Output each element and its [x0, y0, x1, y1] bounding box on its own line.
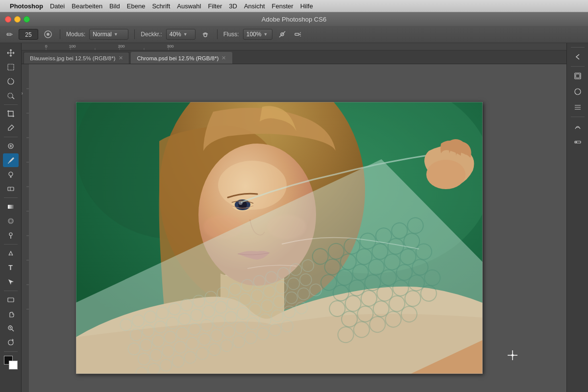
panel-icon-4[interactable] — [570, 119, 586, 134]
eyedropper-tool[interactable] — [3, 121, 19, 135]
svg-point-1 — [47, 33, 49, 36]
window-title: Adobe Photoshop CS6 — [262, 16, 326, 23]
separator-3 — [217, 29, 218, 39]
cursor-crosshair — [508, 350, 517, 360]
gradient-tool[interactable] — [3, 200, 19, 214]
menu-fenster[interactable]: Fenster — [272, 2, 294, 10]
menu-filter[interactable]: Filter — [208, 2, 222, 10]
tab-blauweiss-close[interactable]: ✕ — [119, 55, 123, 61]
options-bar: ✏ 25 Modus: Normal ▼ Deckkr.: 40% ▼ Flus… — [0, 26, 588, 43]
tool-separator-3 — [4, 197, 18, 198]
hand-tool[interactable] — [3, 307, 19, 321]
rotate-view-tool[interactable] — [3, 336, 19, 349]
tab-chroma-label: Chroma.psd bei 12.5% (RGB/8*) — [137, 55, 219, 61]
blur-tool[interactable] — [3, 214, 19, 228]
quick-select-tool[interactable] — [3, 89, 19, 102]
lasso-tool[interactable] — [3, 74, 19, 88]
menu-3d[interactable]: 3D — [229, 2, 237, 10]
tool-separator-5 — [4, 291, 18, 291]
tool-separator-4 — [4, 244, 18, 245]
background-color[interactable] — [9, 361, 18, 369]
tabs-bar: Blauweiss.jpg bei 12.5% (RGB/8*) ✕ Chrom… — [22, 50, 566, 64]
ruler-top: 0 100 200 300 — [22, 43, 566, 50]
menu-bearbeiten[interactable]: Bearbeiten — [72, 2, 102, 10]
zoom-tool[interactable] — [3, 321, 19, 335]
svg-text:100: 100 — [69, 44, 76, 49]
right-separator-1 — [571, 66, 585, 67]
svg-line-22 — [12, 329, 14, 331]
svg-point-186 — [575, 89, 581, 95]
tab-blauweiss-label: Blauweiss.jpg bei 12.5% (RGB/8*) — [30, 55, 116, 61]
menu-photoshop[interactable]: Photoshop — [10, 2, 43, 10]
dodge-tool[interactable] — [3, 228, 19, 242]
window-controls — [5, 16, 30, 23]
healing-brush-tool[interactable] — [3, 139, 19, 153]
svg-point-183 — [512, 354, 514, 356]
tool-separator-1 — [4, 104, 18, 105]
menu-datei[interactable]: Datei — [50, 2, 65, 10]
minimize-button[interactable] — [14, 16, 21, 23]
brush-size-value[interactable]: 25 — [19, 29, 38, 40]
selection-tool[interactable] — [3, 60, 19, 74]
menu-schrift[interactable]: Schrift — [152, 2, 170, 10]
close-button[interactable] — [5, 16, 11, 23]
crop-tool[interactable] — [3, 107, 19, 121]
menu-ansicht[interactable]: Ansicht — [244, 2, 265, 10]
tab-chroma-close[interactable]: ✕ — [221, 55, 226, 61]
opacity-dropdown[interactable]: 40% ▼ — [166, 29, 196, 40]
canvas-image-container — [76, 102, 483, 374]
mode-dropdown[interactable]: Normal ▼ — [89, 29, 128, 40]
panel-collapse-icon[interactable] — [570, 49, 586, 64]
svg-rect-36 — [22, 64, 29, 392]
clone-stamp-tool[interactable] — [3, 168, 19, 181]
svg-rect-185 — [576, 74, 580, 78]
menu-auswahl[interactable]: Auswahl — [177, 2, 201, 10]
svg-text:0: 0 — [45, 44, 48, 49]
color-swatches[interactable] — [4, 356, 18, 369]
flow-dropdown[interactable]: 100% ▼ — [243, 29, 272, 40]
svg-point-179 — [426, 160, 466, 189]
flow-label: Fluss: — [223, 31, 239, 38]
menu-hilfe[interactable]: Hilfe — [300, 2, 313, 10]
svg-rect-25 — [22, 43, 566, 50]
opacity-airbrush-icon[interactable] — [199, 28, 211, 40]
panel-icon-5[interactable] — [570, 135, 586, 149]
brush-tool-icon[interactable]: ✏ — [4, 29, 15, 40]
tool-separator-2 — [4, 137, 18, 137]
panel-icon-1[interactable] — [570, 69, 586, 83]
svg-rect-15 — [8, 205, 14, 209]
brush-preset-icon[interactable] — [42, 28, 54, 40]
canvas-area: 0 100 200 300 Blauweiss.jpg bei 12.5% (R… — [22, 43, 566, 392]
left-toolbar: T — [0, 43, 22, 392]
menubar: Photoshop Datei Bearbeiten Bild Ebene Sc… — [0, 0, 588, 12]
panel-icon-3[interactable] — [570, 100, 586, 115]
canvas-viewport[interactable]: 0 — [22, 64, 566, 392]
smoothing-icon[interactable] — [276, 28, 288, 40]
move-tool[interactable] — [3, 46, 19, 60]
svg-point-17 — [9, 220, 12, 222]
shape-tool[interactable] — [3, 293, 19, 307]
eraser-tool[interactable] — [3, 182, 19, 196]
airbrush-toggle-icon[interactable] — [292, 28, 304, 40]
svg-line-6 — [300, 32, 301, 33]
main-layout: T 0 — [0, 43, 588, 392]
svg-rect-13 — [8, 187, 14, 191]
svg-text:200: 200 — [118, 44, 125, 49]
tab-blauweiss[interactable]: Blauweiss.jpg bei 12.5% (RGB/8*) ✕ — [24, 52, 129, 64]
svg-text:300: 300 — [167, 44, 174, 49]
svg-point-189 — [575, 142, 577, 143]
svg-rect-8 — [8, 64, 14, 70]
titlebar: Adobe Photoshop CS6 — [0, 12, 588, 26]
maximize-button[interactable] — [24, 16, 30, 23]
tab-chroma[interactable]: Chroma.psd bei 12.5% (RGB/8*) ✕ — [131, 52, 233, 64]
brush-tool[interactable] — [3, 153, 19, 167]
right-panel — [566, 43, 588, 392]
right-separator-2 — [571, 117, 585, 117]
menu-bild[interactable]: Bild — [109, 2, 120, 10]
ruler-left: 0 — [22, 64, 29, 392]
pen-tool[interactable] — [3, 246, 19, 260]
panel-icon-2[interactable] — [570, 84, 586, 99]
menu-ebene[interactable]: Ebene — [127, 2, 146, 10]
text-tool[interactable]: T — [3, 261, 19, 274]
path-selection-tool[interactable] — [3, 275, 19, 289]
